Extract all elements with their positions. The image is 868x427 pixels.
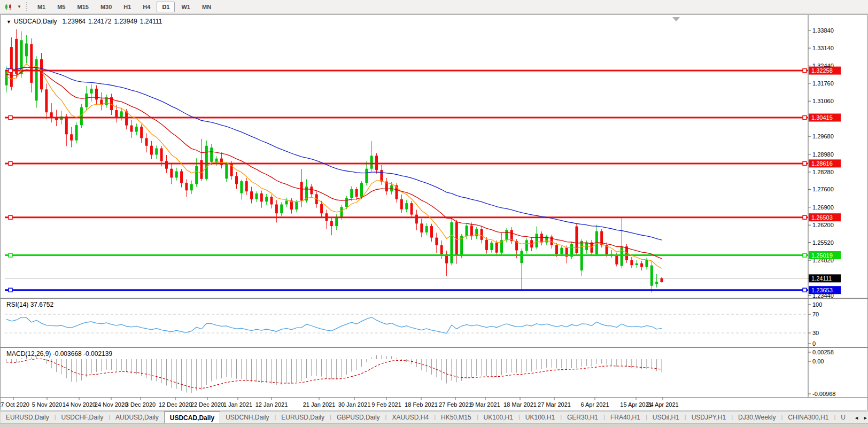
tab-china300-h1[interactable]: CHINA300,H1 [782,412,834,424]
candle-body [655,282,658,284]
line-drag-handle[interactable] [9,288,12,292]
candle-body [275,205,278,214]
symbol-dropdown-arrow-icon[interactable]: ▼ [6,19,11,25]
candle-body [330,221,333,227]
candle-body [615,255,618,264]
tab-scroll-right-icon[interactable]: ► [863,415,868,421]
macd-tick-label: 0.00258 [812,349,834,355]
candle-body [150,146,153,155]
status-strip [0,423,868,427]
candle-body [400,199,403,209]
tab-usoil-h1[interactable]: USOil,H1 [647,412,685,424]
line-drag-handle[interactable] [803,215,807,219]
candle-body [135,127,138,132]
line-drag-handle[interactable] [9,161,12,165]
price-tick-label: 1.26900 [812,204,834,211]
line-drag-handle[interactable] [803,161,807,165]
candle-body [45,89,48,112]
candle-body [95,89,98,100]
candle-body [525,240,528,251]
chart-symbol-period: USDCAD,Daily [14,18,57,25]
candle-body [70,134,73,140]
tab-audusd-daily[interactable]: AUDUSD,Daily [110,412,164,424]
line-drag-handle[interactable] [803,253,807,257]
candle-body [555,245,558,254]
candle-body [485,240,488,250]
candle-body [440,245,443,254]
candle-body [165,161,168,168]
date-tick-label: 1 Jan 2021 [223,401,252,408]
chart-window-background [0,14,868,410]
tab-usdcad-daily[interactable]: USDCAD,Daily [164,412,220,424]
candle-body [450,222,453,263]
timeframe-button-m1[interactable]: M1 [32,2,51,12]
candle-body [435,238,438,245]
price-tick-label: 1.31060 [812,98,834,104]
tab-gbpusd-daily[interactable]: GBPUSD,Daily [331,412,385,424]
tab-xauusd-h4[interactable]: XAUUSD,H4 [386,412,434,424]
price-level-badge-label: 1.32258 [811,67,833,74]
tab-uk100-h1[interactable]: UK100,H1 [520,412,560,424]
date-tick-label: 27 Oct 2020 [0,401,29,408]
chart-type-dropdown-arrow-icon[interactable]: ▼ [15,3,24,10]
tab-eurusd-daily[interactable]: EURUSD,Daily [1,412,55,424]
tab-fra40-h1[interactable]: FRA40,H1 [605,412,646,424]
candle-body [370,156,373,168]
price-level-badge-label: 1.26503 [811,214,833,221]
candlestick-chart-icon[interactable] [3,2,14,12]
price-tick-label: 1.25520 [812,239,834,246]
tab-hk50-m15[interactable]: HK50,M15 [436,412,477,424]
candle-body [520,251,523,263]
candle-body [630,260,633,265]
line-drag-handle[interactable] [803,288,807,292]
tab-items: EURUSD,Daily|USDCHF,Daily|AUDUSD,DailyUS… [1,412,851,424]
line-drag-handle[interactable] [803,69,807,73]
candle-body [40,59,43,89]
candle-body [430,226,433,237]
candle-body [405,203,408,209]
candle-body [340,207,343,217]
rsi-tick-label: 100 [812,301,822,308]
tab-u[interactable]: U [835,412,851,424]
timeframe-buttons: M1M5M15M30H1H4D1W1MN [32,2,217,12]
tab-eurusd-daily[interactable]: EURUSD,Daily [276,412,330,424]
macd-tick-label: -0.00968 [812,391,835,397]
tab-dj30-weekly[interactable]: DJ30,Weekly [733,412,781,424]
candle-body [210,147,213,162]
line-drag-handle[interactable] [9,116,12,120]
candle-body [355,189,358,197]
line-drag-handle[interactable] [803,116,807,120]
timeframe-button-m30[interactable]: M30 [95,2,117,12]
timeframe-button-h4[interactable]: H4 [137,2,156,12]
tab-uk100-h1[interactable]: UK100,H1 [478,412,518,424]
price-tick-label: 1.29680 [812,133,834,139]
candle-body [560,248,563,254]
tab-usdchf-daily[interactable]: USDCHF,Daily [56,412,109,424]
ohlc-close: 1.24111 [140,18,162,25]
timeframe-button-h1[interactable]: H1 [118,2,136,12]
timeframe-button-d1[interactable]: D1 [157,2,175,12]
chart-canvas[interactable]: 1.338401.331401.324401.317601.310601.303… [0,0,868,427]
candle-body [10,47,13,87]
timeframe-button-w1[interactable]: W1 [176,2,196,12]
price-tick-label: 1.33140 [812,45,834,51]
price-level-badge-label: 1.28616 [811,160,833,167]
timeframe-button-mn[interactable]: MN [197,2,216,12]
timeframe-button-m5[interactable]: M5 [52,2,71,12]
candle-body [345,198,348,207]
candle-body [140,127,143,138]
tab-ger30-h1[interactable]: GER30,H1 [562,412,603,424]
line-drag-handle[interactable] [9,253,12,257]
tab-scroll-left-icon[interactable]: ◄ [854,415,859,421]
rsi-tick-label: 70 [812,311,819,317]
date-tick-label: 3 Dec 2020 [126,401,156,408]
line-drag-handle[interactable] [9,215,12,219]
timeframe-button-m15[interactable]: M15 [72,2,94,12]
candle-body [425,226,428,232]
tab-usdjpy-h1[interactable]: USDJPY,H1 [686,412,731,424]
tab-usdcnh-daily[interactable]: USDCNH,Daily [220,412,274,424]
date-tick-label: 30 Jan 2021 [338,401,371,408]
candle-body [505,230,508,240]
date-tick-label: 18 Mar 2021 [503,401,537,408]
candle-body [265,197,268,201]
